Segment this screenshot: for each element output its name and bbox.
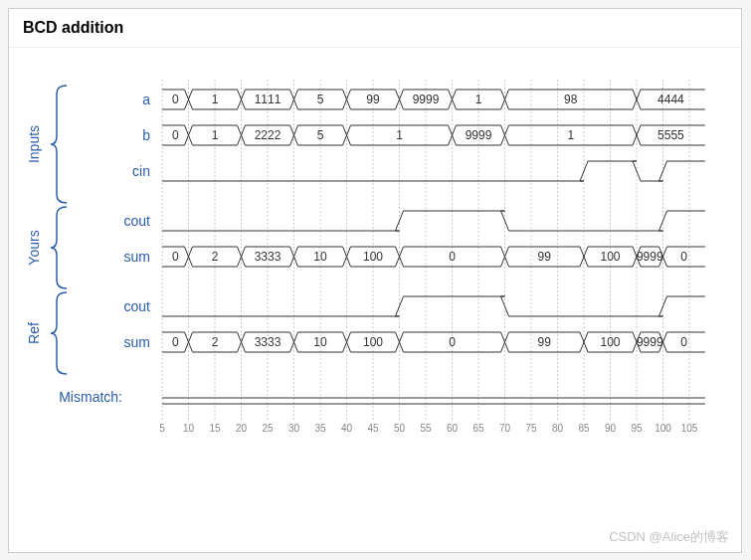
bus-value: 9999 <box>466 128 492 142</box>
axis-tick: 80 <box>552 423 564 434</box>
wire-cin <box>162 161 705 181</box>
bus-value: 0 <box>172 250 179 264</box>
axis-tick: 90 <box>605 423 617 434</box>
axis-tick: 105 <box>681 423 698 434</box>
bus-value: 0 <box>172 93 179 106</box>
bus-value: 10 <box>313 250 327 264</box>
signal-label-b: b <box>142 127 150 143</box>
group-bracket <box>51 86 67 203</box>
bus-value: 9999 <box>637 335 663 349</box>
group-bracket <box>51 207 67 288</box>
bus-value: 9999 <box>637 250 663 264</box>
bus-value: 100 <box>363 335 383 349</box>
watermark: CSDN @Alice的博客 <box>609 528 729 546</box>
bus-value: 0 <box>172 128 179 142</box>
bus-value: 5 <box>317 93 324 106</box>
wire-cout <box>162 211 705 231</box>
axis-tick: 10 <box>183 423 195 434</box>
group-label: Ref <box>26 322 42 344</box>
signal-label-sum: sum <box>124 249 150 265</box>
signal-label-cin: cin <box>132 163 150 179</box>
bus-value: 0 <box>680 250 687 264</box>
bus-value: 1 <box>475 93 482 106</box>
bus-value: 3333 <box>255 250 282 264</box>
page-title: BCD addition <box>9 9 741 48</box>
axis-tick: 65 <box>472 423 484 434</box>
bus-value: 99 <box>366 93 380 106</box>
axis-tick: 70 <box>499 423 511 434</box>
axis-tick: 85 <box>578 423 590 434</box>
axis-tick: 5 <box>159 423 165 434</box>
bus-value: 0 <box>680 335 687 349</box>
bus-value: 100 <box>600 335 620 349</box>
group-label: Yours <box>26 230 42 265</box>
axis-tick: 60 <box>447 423 459 434</box>
bus-value: 5555 <box>657 128 684 142</box>
wire-cout <box>162 296 705 316</box>
axis-tick: 100 <box>655 423 671 434</box>
group-label: Inputs <box>26 125 42 163</box>
bus-value: 2 <box>212 335 219 349</box>
axis-tick: 15 <box>209 423 221 434</box>
bus-value: 99 <box>538 335 552 349</box>
bus-value: 2 <box>212 250 219 264</box>
bus-value: 0 <box>449 335 456 349</box>
bus-value: 100 <box>363 250 383 264</box>
axis-tick: 55 <box>420 423 432 434</box>
bus-value: 1 <box>212 128 219 142</box>
bus-value: 3333 <box>255 335 282 349</box>
waveform-svg: InputsYoursRefa01111159999991984444b0122… <box>23 62 729 549</box>
bus-value: 1 <box>212 93 219 106</box>
axis-tick: 40 <box>341 423 353 434</box>
bus-value: 99 <box>538 250 552 264</box>
signal-label-cout: cout <box>124 213 151 229</box>
bus-value: 10 <box>313 335 327 349</box>
signal-label-a: a <box>142 92 150 107</box>
bus-value: 5 <box>317 128 324 142</box>
axis-tick: 95 <box>631 423 643 434</box>
mismatch-label: Mismatch: <box>59 389 122 405</box>
axis-tick: 25 <box>262 423 274 434</box>
bus-value: 1 <box>567 128 574 142</box>
bus-value: 0 <box>449 250 456 264</box>
bus-value: 1111 <box>255 93 282 106</box>
bus-value: 4444 <box>657 93 684 106</box>
bus-value: 100 <box>600 250 620 264</box>
axis-tick: 20 <box>236 423 248 434</box>
axis-tick: 75 <box>525 423 537 434</box>
bus-value: 2222 <box>255 128 282 142</box>
bus-value: 98 <box>564 93 578 106</box>
timing-diagram-panel: BCD addition InputsYoursRefa011111599999… <box>8 8 742 553</box>
axis-tick: 50 <box>394 423 406 434</box>
axis-tick: 45 <box>367 423 379 434</box>
signal-label-cout_ref: cout <box>124 298 151 314</box>
bus-value: 9999 <box>413 93 440 106</box>
axis-tick: 35 <box>314 423 326 434</box>
group-bracket <box>51 292 67 374</box>
bus-value: 0 <box>172 335 179 349</box>
bus-value: 1 <box>396 128 403 142</box>
axis-tick: 30 <box>288 423 300 434</box>
chart-area: InputsYoursRefa01111159999991984444b0122… <box>9 48 741 559</box>
signal-label-sum_ref: sum <box>124 334 150 350</box>
